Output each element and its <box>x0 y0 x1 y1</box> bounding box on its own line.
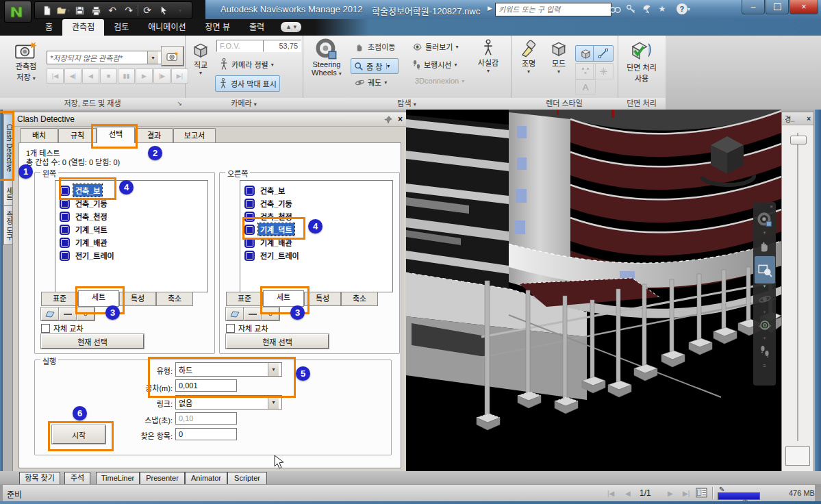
tab-sceneview[interactable]: 장면 뷰 <box>195 19 239 36</box>
last-sheet-button[interactable]: ▶| <box>683 490 690 497</box>
tab-review[interactable]: 검토 <box>104 19 138 36</box>
playback-play-button[interactable]: ▶ <box>136 68 153 84</box>
right-tab-sets[interactable]: 세트 <box>263 290 304 307</box>
left-tab-standard[interactable]: 표준 <box>41 292 78 306</box>
help-button[interactable]: ? ▾ <box>674 2 692 16</box>
dialog-launcher-icon[interactable]: ↘ <box>177 98 182 109</box>
pan-button[interactable]: 초점이동 <box>352 40 398 53</box>
list-item[interactable]: 기계_배관 <box>60 236 110 249</box>
right-surfaces-button[interactable] <box>226 307 244 320</box>
playback-stop-button[interactable]: ■ <box>100 68 117 84</box>
refresh-button[interactable]: ⟳ <box>140 3 155 17</box>
list-item[interactable]: 건축_보 <box>244 184 287 197</box>
walk-icon[interactable] <box>755 341 774 362</box>
left-current-selection-button[interactable]: 현재 선택 <box>41 334 144 349</box>
left-self-intersect-checkbox[interactable] <box>41 324 50 333</box>
left-surfaces-button[interactable] <box>41 307 59 320</box>
search-input[interactable] <box>495 3 611 16</box>
right-tab-compact[interactable]: 축소 <box>341 292 378 306</box>
tab-home[interactable]: 홈 <box>36 19 62 36</box>
clash-tab-report[interactable]: 보고서 <box>173 128 216 143</box>
list-item[interactable]: 기계_덕트 <box>60 223 110 236</box>
navbar-expand-icon[interactable]: ≡ <box>763 363 766 369</box>
playback-stepfwd-button[interactable]: |▶ <box>153 68 170 84</box>
mode-button[interactable]: 모드▾ <box>545 40 572 75</box>
playback-reverse-button[interactable]: ◀ <box>82 68 99 84</box>
left-tab-sets[interactable]: 세트 <box>78 290 119 307</box>
minimize-button[interactable]: – <box>742 0 765 14</box>
enable-sectioning-button[interactable]: 단면 처리 사용 <box>620 40 663 84</box>
left-points-button[interactable] <box>77 307 94 320</box>
playback-stepback-button[interactable]: ◀| <box>64 68 81 84</box>
save-button[interactable] <box>72 3 87 17</box>
clash-tab-results[interactable]: 결과 <box>135 128 173 143</box>
edit-viewpoint-button[interactable] <box>162 47 184 66</box>
right-selection-list[interactable]: 건축_보 건축_기둥 건축_천정 기계_덕트 기계_배관 전기_트레이 <box>240 180 393 292</box>
tab-animation[interactable]: 애니메이션 <box>138 19 195 36</box>
left-tab-compact[interactable]: 축소 <box>156 292 193 306</box>
list-item[interactable]: 건축_천정 <box>60 210 110 223</box>
license-key-icon[interactable] <box>624 2 637 16</box>
bottomtab-animator[interactable]: Animator <box>185 472 227 485</box>
pin-icon[interactable] <box>384 114 392 124</box>
steering-wheels-button[interactable]: Steering Wheels ▾ <box>307 38 346 77</box>
list-item[interactable]: 건축_기둥 <box>244 197 294 210</box>
lighting-button[interactable]: 조명▾ <box>515 40 542 75</box>
clash-panel-header[interactable]: Clash Detective × <box>13 112 407 127</box>
clash-close-icon[interactable]: × <box>398 114 403 124</box>
left-lines-button[interactable] <box>59 307 77 320</box>
print-button[interactable] <box>88 3 103 17</box>
select-button[interactable] <box>156 3 171 17</box>
close-button[interactable]: × <box>790 0 818 14</box>
tilt-slider-thumb[interactable] <box>790 136 807 144</box>
link-combo[interactable]: 없음▾ <box>175 395 282 410</box>
search-icon[interactable] <box>608 2 622 16</box>
right-lines-button[interactable] <box>244 307 262 320</box>
ribbon-collapse-button[interactable]: ▲ ▾ <box>281 22 301 32</box>
list-item[interactable]: 기계_덕트 <box>244 223 294 236</box>
bottomtab-timeliner[interactable]: TimeLiner <box>96 472 140 485</box>
save-viewpoint-button[interactable]: 관측점 저장 ▾ <box>8 40 44 82</box>
application-menu-button[interactable]: ▾ <box>4 1 31 23</box>
list-item[interactable]: 전기_트레이 <box>244 249 301 262</box>
bottomtab-comments[interactable]: 주석 <box>64 472 90 485</box>
orbit-button[interactable]: 궤도▾ <box>352 76 390 88</box>
text-toggle[interactable]: A <box>575 79 596 94</box>
tilt-slider-track[interactable] <box>797 133 798 441</box>
zoom-dropdown-icon[interactable]: ▾ <box>386 63 395 69</box>
tilt-bar-toggle[interactable]: 경사 막대 표시 <box>215 75 280 92</box>
realism-button[interactable]: 사실감▾ <box>472 39 504 74</box>
next-sheet-button[interactable]: ▶ <box>668 490 673 497</box>
look-around-button[interactable]: 둘러보기▾ <box>409 40 462 53</box>
qat-dropdown-icon[interactable]: ▾ <box>173 3 188 17</box>
zoom-window-button[interactable]: 줌 창 ▾ <box>351 58 399 74</box>
tolerance-field[interactable]: 0,001 <box>175 379 237 392</box>
new-button[interactable] <box>39 3 54 17</box>
list-item[interactable]: 건축_천정 <box>244 210 294 223</box>
prev-sheet-button[interactable]: ◀ <box>625 490 631 497</box>
bottomtab-presenter[interactable]: Presenter <box>140 472 185 485</box>
walk-button[interactable]: 보행시선▾ <box>409 58 460 71</box>
type-combo[interactable]: 하드▾ <box>175 362 282 377</box>
navbar-close-icon[interactable]: × <box>770 203 773 210</box>
snappoints-toggle[interactable] <box>593 63 614 79</box>
lines-toggle[interactable] <box>593 45 614 62</box>
bottomtab-scripter[interactable]: Scripter <box>227 472 267 485</box>
left-tab-properties[interactable]: 특성 <box>119 292 156 306</box>
tab-output[interactable]: 출력 <box>240 19 274 36</box>
first-sheet-button[interactable]: |◀ <box>607 490 614 497</box>
right-points-button[interactable] <box>262 307 279 320</box>
maximize-button[interactable] <box>766 0 789 14</box>
fov-value-field[interactable]: 53,75 <box>263 40 301 52</box>
right-self-intersect-checkbox[interactable] <box>226 324 235 333</box>
tilt-reset-button[interactable] <box>785 446 810 466</box>
viewpoint-combo[interactable]: *저장되지 않은 관측점* ▾ <box>47 51 162 64</box>
clash-tab-select[interactable]: 선택 <box>97 127 135 143</box>
bottomtab-find-items[interactable]: 항목 찾기 <box>19 472 60 485</box>
tilt-panel-close-icon[interactable]: × <box>807 115 811 123</box>
undo-button[interactable]: ↶ <box>105 3 120 17</box>
tilt-panel-header[interactable]: 경.. × <box>782 112 813 125</box>
sheet-browser-button[interactable] <box>696 488 707 498</box>
list-item[interactable]: 전기_트레이 <box>60 249 116 262</box>
playback-first-button[interactable]: |◀ <box>47 68 64 84</box>
